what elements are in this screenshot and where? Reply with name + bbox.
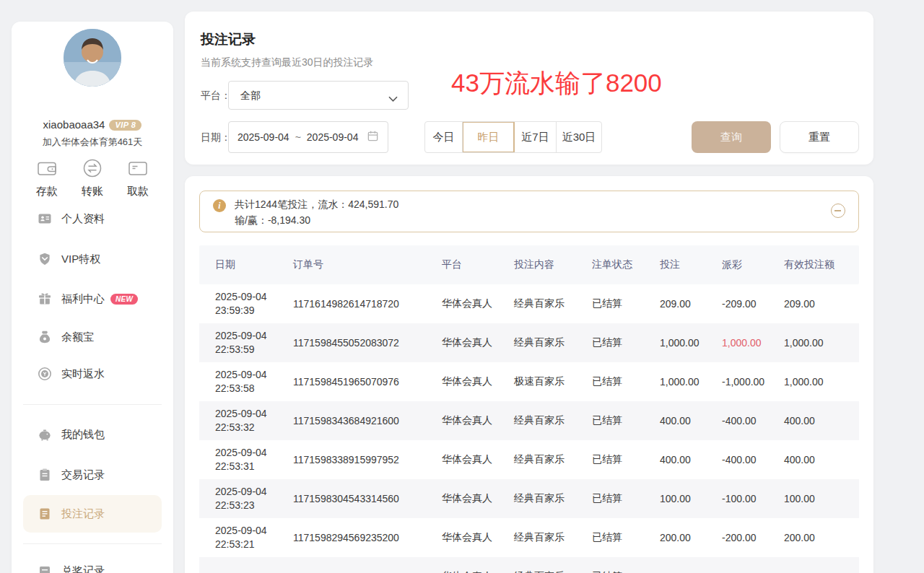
cell-bet: 200.00: [660, 532, 722, 543]
sidebar-divider: [23, 543, 162, 544]
table-row: 2025-09-04 22:53:59 1171598455052083072 …: [199, 323, 859, 362]
date-separator: ~: [295, 131, 301, 143]
cell-valid: 1,000.00: [784, 376, 859, 388]
date-range-input[interactable]: 2025-09-04 ~ 2025-09-04: [228, 121, 388, 153]
cell-status: 已结算: [592, 570, 660, 573]
cell-content: 经典百家乐: [514, 453, 592, 466]
cell-payout: -100.00: [722, 493, 784, 504]
info-icon: i: [213, 199, 226, 212]
table-row: 2025-09-04 22:53:21 1171598294569235200 …: [199, 518, 859, 557]
cell-valid: 1,000.00: [784, 337, 859, 349]
cell-order: 1171598304543314560: [293, 493, 442, 504]
sidebar-divider: [23, 404, 162, 405]
cell-content: 经典百家乐: [514, 297, 592, 310]
sidebar-item-rebate[interactable]: 实时返水: [23, 359, 162, 388]
cell-order: 1171598343684921600: [293, 415, 442, 427]
cell-bet: 400.00: [660, 454, 722, 465]
sidebar-item-label: 兑奖记录: [61, 564, 105, 573]
cell-platform: 华体会真人: [442, 297, 514, 310]
cell-date: 2025-09-04 22:53:21: [199, 524, 293, 551]
id-card-icon: [38, 211, 52, 226]
col-header-status: 注单状态: [592, 258, 660, 271]
cell-status: 已结算: [592, 375, 660, 388]
sidebar-item-label: 实时返水: [61, 367, 105, 381]
platform-label: 平台：: [201, 81, 231, 110]
cell-content: 经典百家乐: [514, 570, 592, 573]
sidebar-item-profile[interactable]: 个人资料: [23, 204, 162, 233]
cell-order: 1171598294569235200: [293, 532, 442, 543]
col-header-date: 日期: [199, 258, 293, 271]
cell-payout: -1,000.00: [722, 376, 784, 388]
new-badge: NEW: [110, 294, 138, 305]
deposit-label: 存款: [30, 185, 64, 198]
sidebar-item-yuebao[interactable]: 余额宝: [23, 323, 162, 351]
join-days-text: 加入华体会体育第461天: [12, 136, 173, 149]
cell-platform: 华体会真人: [442, 375, 514, 388]
cell-date: 2025-09-04 22:53:31: [199, 446, 293, 473]
date-label: 日期：: [201, 121, 231, 153]
sidebar-item-bet-records[interactable]: 投注记录: [23, 495, 162, 533]
sidebar-item-transactions[interactable]: 交易记录: [23, 460, 162, 489]
cell-bet: 400.00: [660, 415, 722, 427]
range-7days-button[interactable]: 近7日: [515, 122, 557, 152]
collapse-minus-icon[interactable]: [831, 204, 845, 218]
withdraw-button[interactable]: 取款: [121, 156, 154, 198]
cell-order: 1171614982614718720: [293, 298, 442, 310]
cell-status: 已结算: [592, 531, 660, 544]
summary-line2: 输/赢：-8,194.30: [235, 212, 398, 228]
sidebar-item-label: 余额宝: [61, 331, 94, 344]
range-30days-button[interactable]: 近30日: [557, 122, 601, 152]
vip-badge: VIP 8: [109, 120, 141, 131]
cell-date: 2025-09-04 22:53:59: [199, 329, 293, 357]
avatar: [64, 29, 121, 87]
gift-icon: [38, 292, 52, 306]
sidebar: xiaobaoaa34VIP 8 加入华体会体育第461天 存款 转账: [12, 22, 173, 573]
cell-platform: 华体会真人: [442, 336, 514, 349]
quick-actions: 存款 转账 取款: [12, 156, 173, 198]
query-button[interactable]: 查询: [692, 121, 771, 153]
range-today-button[interactable]: 今日: [425, 122, 463, 152]
cell-valid: 209.00: [784, 298, 859, 310]
cell-payout: -200.00: [722, 532, 784, 543]
username: xiaobaoaa34: [43, 118, 105, 131]
range-yesterday-button[interactable]: 昨日: [463, 122, 515, 152]
page-title: 投注记录: [201, 30, 256, 49]
platform-select[interactable]: 全部: [228, 81, 409, 110]
cell-status: 已结算: [592, 297, 660, 310]
cell-platform: 华体会真人: [442, 453, 514, 466]
quick-range-group: 今日 昨日 近7日 近30日: [424, 121, 602, 153]
table-row: 2025-09-04 22:53:32 1171598343684921600 …: [199, 401, 859, 440]
bet-record-icon: [38, 507, 52, 521]
page-subtitle: 当前系统支持查询最近30日的投注记录: [201, 56, 374, 69]
withdraw-label: 取款: [121, 185, 154, 198]
sidebar-item-prize-records[interactable]: 兑奖记录: [23, 556, 162, 573]
cell-platform: 华体会真人: [442, 570, 514, 573]
cell-status: 已结算: [592, 336, 660, 349]
table-row: 2025-09-04 22:53:31 1171598338915997952 …: [199, 440, 859, 479]
sidebar-item-wallet[interactable]: 我的钱包: [23, 420, 162, 449]
sidebar-item-welfare[interactable]: 福利中心 NEW: [23, 284, 162, 313]
sidebar-item-label: 投注记录: [61, 507, 105, 521]
money-bag-icon: [38, 330, 52, 344]
cell-status: 已结算: [592, 414, 660, 427]
sidebar-item-vip[interactable]: VIP特权: [23, 245, 162, 274]
deposit-button[interactable]: 存款: [30, 156, 64, 198]
clipboard-icon: [38, 468, 52, 482]
summary-lines: 共计1244笔投注，流水：424,591.70 输/赢：-8,194.30: [235, 196, 398, 228]
cell-payout: 1,000.00: [722, 337, 784, 349]
calendar-icon[interactable]: [367, 130, 379, 144]
cell-date: 2025-09-04 22:53:32: [199, 407, 293, 434]
summary-box: i 共计1244笔投注，流水：424,591.70 输/赢：-8,194.30: [199, 191, 859, 232]
sidebar-item-label: 交易记录: [61, 468, 105, 482]
summary-line1: 共计1244笔投注，流水：424,591.70: [235, 196, 398, 212]
transfer-button[interactable]: 转账: [76, 156, 109, 198]
user-row: xiaobaoaa34VIP 8: [12, 118, 173, 131]
col-header-valid: 有效投注额: [784, 258, 859, 271]
cell-payout: -400.00: [722, 454, 784, 465]
cell-status: 已结算: [592, 492, 660, 505]
cell-valid: 400.00: [784, 415, 859, 427]
table-row: 2025-09-04 1171598291247370880 华体会真人 经典百…: [199, 557, 859, 573]
table-row: 2025-09-04 22:53:23 1171598304543314560 …: [199, 479, 859, 518]
reset-button[interactable]: 重置: [780, 121, 859, 153]
cell-valid: 400.00: [784, 454, 859, 465]
